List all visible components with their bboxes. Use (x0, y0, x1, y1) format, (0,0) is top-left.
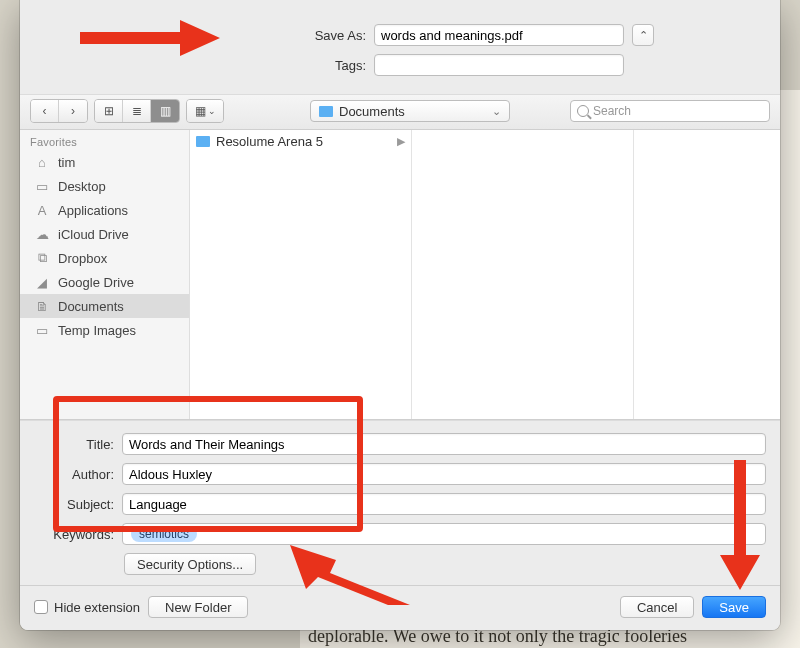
security-options-button[interactable]: Security Options... (124, 553, 256, 575)
column-3[interactable] (634, 130, 780, 419)
file-item[interactable]: Resolume Arena 5 ▶ (190, 132, 411, 151)
sidebar-item-tim[interactable]: ⌂tim (20, 150, 189, 174)
sidebar-item-applications[interactable]: AApplications (20, 198, 189, 222)
collapse-button[interactable]: ⌃ (632, 24, 654, 46)
sidebar-item-label: Google Drive (58, 275, 134, 290)
cancel-button[interactable]: Cancel (620, 596, 694, 618)
dropbox-icon: ⧉ (34, 251, 50, 265)
sidebar-item-label: iCloud Drive (58, 227, 129, 242)
chevron-left-icon: ‹ (43, 104, 47, 118)
sidebar-item-label: Applications (58, 203, 128, 218)
keyword-token[interactable]: semiotics (131, 526, 197, 542)
sidebar-item-desktop[interactable]: ▭Desktop (20, 174, 189, 198)
sidebar-item-label: Dropbox (58, 251, 107, 266)
docs-icon: 🗎 (34, 299, 50, 313)
author-input[interactable] (122, 463, 766, 485)
sidebar-heading: Favorites (20, 130, 189, 150)
back-button[interactable]: ‹ (31, 100, 59, 122)
location-label: Documents (339, 104, 405, 119)
author-label: Author: (34, 467, 114, 482)
sidebar-item-icloud-drive[interactable]: ☁iCloud Drive (20, 222, 189, 246)
file-label: Resolume Arena 5 (216, 134, 323, 149)
hide-extension-label: Hide extension (54, 600, 140, 615)
tags-label: Tags: (146, 58, 366, 73)
column-icon: ▥ (160, 104, 171, 118)
hide-extension-checkbox[interactable]: Hide extension (34, 600, 140, 615)
search-icon (577, 105, 589, 117)
sidebar-item-label: Desktop (58, 179, 106, 194)
keywords-label: Keywords: (34, 527, 114, 542)
sidebar-item-documents[interactable]: 🗎Documents (20, 294, 189, 318)
subject-label: Subject: (34, 497, 114, 512)
list-icon: ≣ (132, 104, 142, 118)
gdrive-icon: ◢ (34, 275, 50, 289)
title-input[interactable] (122, 433, 766, 455)
keywords-input[interactable]: semiotics (122, 523, 766, 545)
view-list-button[interactable]: ≣ (123, 100, 151, 122)
grid-icon: ⊞ (104, 104, 114, 118)
location-dropdown[interactable]: Documents ⌄ (310, 100, 510, 122)
view-icon-button[interactable]: ⊞ (95, 100, 123, 122)
column-2[interactable] (412, 130, 634, 419)
folder-icon (196, 136, 210, 147)
groupby-icon: ▦ (195, 104, 206, 118)
cloud-icon: ☁ (34, 227, 50, 241)
chevron-up-icon: ⌃ (639, 29, 648, 42)
chevron-down-icon: ⌄ (208, 106, 216, 116)
finder-toolbar: ‹ › ⊞ ≣ ▥ ▦ ⌄ Documents ⌄ Search (20, 94, 780, 130)
home-icon: ⌂ (34, 155, 50, 169)
dialog-bottom-bar: Hide extension New Folder Cancel Save (20, 585, 780, 630)
pdf-metadata-panel: Title: Author: Subject: Keywords: semiot… (20, 420, 780, 585)
subject-input[interactable] (122, 493, 766, 515)
sidebar-item-label: Temp Images (58, 323, 136, 338)
view-column-button[interactable]: ▥ (151, 100, 179, 122)
sidebar: Favorites ⌂tim▭DesktopAApplications☁iClo… (20, 130, 190, 419)
chevron-updown-icon: ⌄ (492, 105, 501, 118)
sidebar-item-label: Documents (58, 299, 124, 314)
search-placeholder: Search (593, 104, 631, 118)
nav-back-forward: ‹ › (30, 99, 88, 123)
save-as-input[interactable] (374, 24, 624, 46)
search-field[interactable]: Search (570, 100, 770, 122)
title-label: Title: (34, 437, 114, 452)
new-folder-button[interactable]: New Folder (148, 596, 248, 618)
sidebar-item-label: tim (58, 155, 75, 170)
chevron-right-icon: ▶ (397, 135, 405, 148)
checkbox-icon (34, 600, 48, 614)
tags-input[interactable] (374, 54, 624, 76)
file-browser: Favorites ⌂tim▭DesktopAApplications☁iClo… (20, 130, 780, 420)
save-as-label: Save As: (146, 28, 366, 43)
apps-icon: A (34, 203, 50, 217)
sidebar-item-google-drive[interactable]: ◢Google Drive (20, 270, 189, 294)
sidebar-item-temp-images[interactable]: ▭Temp Images (20, 318, 189, 342)
folder-icon (319, 106, 333, 117)
column-1[interactable]: Resolume Arena 5 ▶ (190, 130, 412, 419)
view-switcher: ⊞ ≣ ▥ (94, 99, 180, 123)
save-dialog: Save As: ⌃ Tags: ‹ › ⊞ ≣ ▥ ▦ ⌄ (20, 0, 780, 630)
chevron-right-icon: › (71, 104, 75, 118)
sidebar-item-dropbox[interactable]: ⧉Dropbox (20, 246, 189, 270)
group-by-dropdown[interactable]: ▦ ⌄ (186, 99, 224, 123)
folder-icon: ▭ (34, 323, 50, 337)
desktop-icon: ▭ (34, 179, 50, 193)
forward-button[interactable]: › (59, 100, 87, 122)
save-button[interactable]: Save (702, 596, 766, 618)
